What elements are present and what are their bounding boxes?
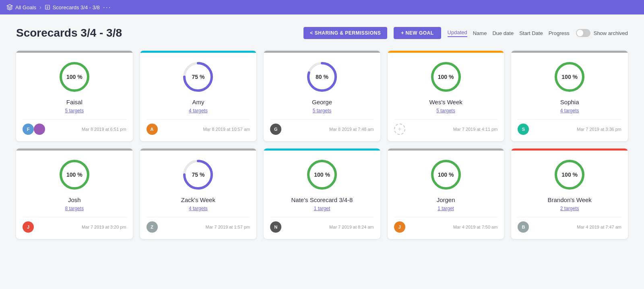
card-footer: A Mar 8 2019 at 10:57 am bbox=[147, 119, 250, 135]
card-footer: J Mar 4 2019 at 7:50 am bbox=[394, 217, 498, 233]
card-name: Josh bbox=[68, 196, 81, 203]
card-name: Brandon's Week bbox=[548, 196, 592, 203]
card-footer: S Mar 7 2019 at 3:36 pm bbox=[518, 119, 621, 135]
all-goals-nav[interactable]: All Goals bbox=[6, 4, 36, 10]
card-targets[interactable]: 5 targets bbox=[313, 108, 332, 114]
card-targets[interactable]: 5 targets bbox=[65, 108, 84, 114]
avatar-secondary bbox=[34, 124, 45, 135]
page-title: Scorecards 3/4 - 3/8 bbox=[16, 27, 297, 39]
progress-label: 75 % bbox=[192, 171, 204, 178]
top-nav: All Goals › Scorecards 3/4 - 3/8 ··· bbox=[0, 0, 644, 14]
scorecard-card[interactable]: 100 % Josh 8 targets J Mar 7 2019 at 3:2… bbox=[16, 149, 133, 239]
progress-circle: 100 % bbox=[58, 159, 91, 191]
card-name: Wes's Week bbox=[429, 99, 462, 105]
progress-circle: 100 % bbox=[430, 159, 462, 191]
progress-label: 75 % bbox=[192, 74, 204, 80]
card-targets[interactable]: 5 targets bbox=[436, 108, 455, 114]
scorecard-card[interactable]: 75 % Amy 4 targets A Mar 8 2019 at 10:57… bbox=[140, 51, 257, 141]
card-name: Jorgen bbox=[437, 196, 455, 203]
progress-circle: 100 % bbox=[58, 61, 91, 93]
card-footer: B Mar 4 2019 at 7:47 am bbox=[518, 217, 621, 233]
card-body: 75 % Amy 4 targets A Mar 8 2019 at 10:57… bbox=[140, 53, 257, 141]
sort-name[interactable]: Name bbox=[473, 30, 487, 36]
avatar: Z bbox=[147, 221, 158, 233]
avatar: J bbox=[23, 221, 34, 233]
card-body: 80 % George 5 targets G Mar 8 2019 at 7:… bbox=[264, 53, 380, 141]
scorecard-card[interactable]: 75 % Zack's Week 4 targets Z Mar 7 2019 … bbox=[140, 149, 257, 239]
progress-label: 100 % bbox=[561, 171, 578, 178]
card-footer: + Mar 7 2019 at 4:11 pm bbox=[394, 119, 498, 135]
card-body: 100 % Faisal 5 targets F Mar 8 2019 at 6… bbox=[16, 53, 133, 141]
sort-options: Updated Name Due date Start Date Progres… bbox=[448, 29, 570, 37]
scorecard-card[interactable]: 100 % Brandon's Week 2 targets B Mar 4 2… bbox=[511, 149, 628, 239]
card-body: 100 % Sophia 4 targets S Mar 7 2019 at 3… bbox=[511, 53, 628, 141]
header-row: Scorecards 3/4 - 3/8 < SHARING & PERMISS… bbox=[16, 27, 628, 39]
card-footer: Z Mar 7 2019 at 1:57 pm bbox=[147, 217, 250, 233]
avatar: A bbox=[147, 124, 158, 135]
card-targets[interactable]: 4 targets bbox=[560, 108, 579, 114]
avatar: S bbox=[518, 124, 529, 135]
avatar: N bbox=[270, 221, 281, 233]
progress-circle: 100 % bbox=[553, 159, 586, 191]
card-name: George bbox=[312, 99, 332, 105]
card-date: Mar 4 2019 at 7:50 am bbox=[453, 225, 498, 229]
current-nav[interactable]: Scorecards 3/4 - 3/8 bbox=[45, 4, 100, 10]
progress-circle: 100 % bbox=[553, 61, 586, 93]
card-targets[interactable]: 8 targets bbox=[65, 206, 84, 211]
progress-label: 100 % bbox=[66, 171, 83, 178]
card-body: 100 % Wes's Week 5 targets + Mar 7 2019 … bbox=[388, 53, 504, 141]
card-targets[interactable]: 2 targets bbox=[560, 206, 579, 211]
sharing-permissions-button[interactable]: < SHARING & PERMISSIONS bbox=[303, 27, 387, 39]
show-archived-toggle[interactable] bbox=[576, 29, 590, 37]
scorecard-card[interactable]: 100 % Faisal 5 targets F Mar 8 2019 at 6… bbox=[16, 51, 133, 141]
card-date: Mar 8 2019 at 7:48 am bbox=[329, 127, 374, 132]
progress-label: 100 % bbox=[438, 171, 454, 178]
card-body: 100 % Brandon's Week 2 targets B Mar 4 2… bbox=[511, 151, 628, 239]
scorecard-card[interactable]: 80 % George 5 targets G Mar 8 2019 at 7:… bbox=[264, 51, 380, 141]
card-body: 75 % Zack's Week 4 targets Z Mar 7 2019 … bbox=[140, 151, 257, 239]
progress-circle: 100 % bbox=[430, 61, 462, 93]
scorecard-card[interactable]: 100 % Sophia 4 targets S Mar 7 2019 at 3… bbox=[511, 51, 628, 141]
card-date: Mar 7 2019 at 3:36 pm bbox=[577, 127, 621, 132]
card-name: Amy bbox=[192, 99, 204, 105]
card-name: Sophia bbox=[560, 99, 579, 105]
card-targets[interactable]: 4 targets bbox=[189, 206, 208, 211]
progress-label: 100 % bbox=[66, 74, 83, 80]
card-body: 100 % Nate's Scorecard 3/4-8 1 target N … bbox=[264, 151, 380, 239]
main-content: Scorecards 3/4 - 3/8 < SHARING & PERMISS… bbox=[0, 14, 644, 289]
card-targets[interactable]: 1 target bbox=[438, 206, 454, 211]
sort-updated[interactable]: Updated bbox=[448, 29, 467, 37]
card-date: Mar 7 2019 at 3:20 pm bbox=[82, 225, 126, 229]
avatar: G bbox=[270, 124, 281, 135]
card-targets[interactable]: 1 target bbox=[314, 206, 330, 211]
scorecard-card[interactable]: 100 % Wes's Week 5 targets + Mar 7 2019 … bbox=[388, 51, 504, 141]
sort-due-date[interactable]: Due date bbox=[492, 30, 514, 36]
card-name: Zack's Week bbox=[181, 196, 215, 203]
nav-more-dots[interactable]: ··· bbox=[103, 3, 111, 12]
card-name: Nate's Scorecard 3/4-8 bbox=[291, 196, 353, 203]
card-body: 100 % Jorgen 1 target J Mar 4 2019 at 7:… bbox=[388, 151, 504, 239]
avatar-add[interactable]: + bbox=[394, 124, 405, 135]
sort-progress[interactable]: Progress bbox=[549, 30, 570, 36]
scorecard-card[interactable]: 100 % Jorgen 1 target J Mar 4 2019 at 7:… bbox=[388, 149, 504, 239]
card-footer: J Mar 7 2019 at 3:20 pm bbox=[23, 217, 126, 233]
card-name: Faisal bbox=[66, 99, 83, 105]
progress-label: 100 % bbox=[314, 171, 330, 178]
card-footer: G Mar 8 2019 at 7:48 am bbox=[270, 119, 374, 135]
avatar: J bbox=[394, 221, 405, 233]
card-targets[interactable]: 4 targets bbox=[189, 108, 208, 114]
card-date: Mar 7 2019 at 1:57 pm bbox=[206, 225, 250, 229]
scorecard-card[interactable]: 100 % Nate's Scorecard 3/4-8 1 target N … bbox=[264, 149, 380, 239]
card-date: Mar 4 2019 at 7:47 am bbox=[577, 225, 621, 229]
show-archived-toggle-label: Show archived bbox=[576, 29, 628, 37]
progress-label: 100 % bbox=[561, 74, 578, 80]
progress-circle: 75 % bbox=[182, 159, 214, 191]
card-date: Mar 8 2019 at 6:51 pm bbox=[82, 127, 126, 132]
progress-circle: 100 % bbox=[306, 159, 338, 191]
progress-circle: 75 % bbox=[182, 61, 214, 93]
card-grid: 100 % Faisal 5 targets F Mar 8 2019 at 6… bbox=[16, 51, 628, 239]
new-goal-button[interactable]: + NEW GOAL bbox=[394, 27, 441, 39]
sort-start-date[interactable]: Start Date bbox=[519, 30, 543, 36]
card-date: Mar 7 2019 at 4:11 pm bbox=[453, 127, 498, 132]
card-body: 100 % Josh 8 targets J Mar 7 2019 at 3:2… bbox=[16, 151, 133, 239]
